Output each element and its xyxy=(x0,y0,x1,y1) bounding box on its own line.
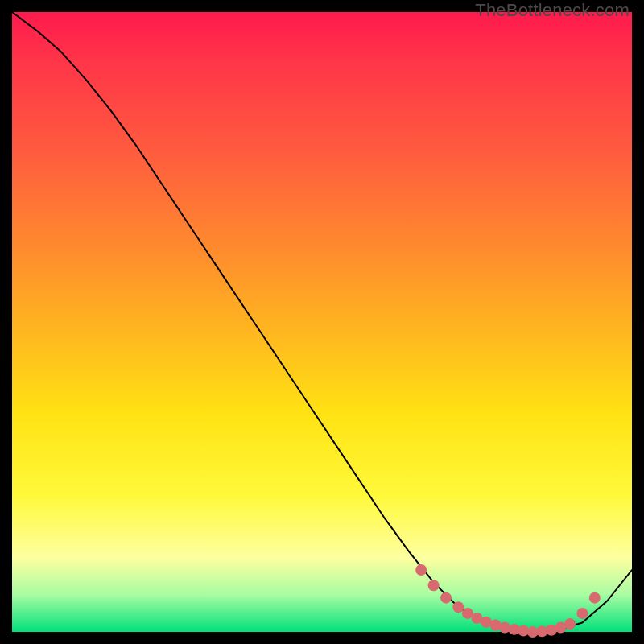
marker-dot xyxy=(576,608,588,619)
chart-area xyxy=(12,12,632,632)
marker-dot xyxy=(428,580,440,591)
curve-line xyxy=(12,12,632,632)
marker-dot xyxy=(440,592,452,604)
marker-dot xyxy=(564,618,576,630)
marker-dot xyxy=(452,601,464,613)
marker-dot xyxy=(415,564,427,576)
marker-dot xyxy=(499,622,510,634)
marker-dot xyxy=(589,592,601,604)
watermark-text: TheBottleneck.com xyxy=(475,0,630,21)
chart-svg xyxy=(12,12,632,632)
highlight-markers xyxy=(415,564,601,638)
